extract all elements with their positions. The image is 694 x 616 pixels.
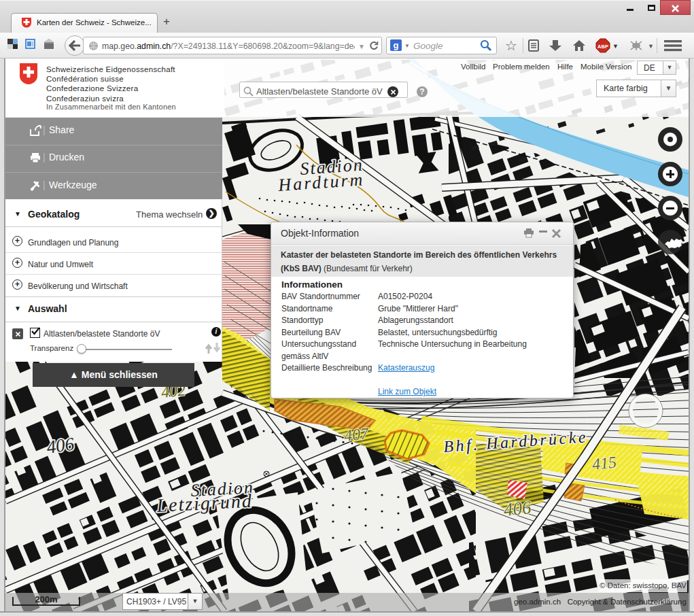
svg-text:ABP: ABP: [597, 44, 608, 50]
svg-text:406: 406: [46, 434, 76, 458]
svg-text:406: 406: [502, 497, 532, 520]
svg-text:200m: 200m: [35, 594, 57, 604]
svg-text:415: 415: [591, 453, 618, 473]
svg-text:407: 407: [343, 424, 370, 445]
